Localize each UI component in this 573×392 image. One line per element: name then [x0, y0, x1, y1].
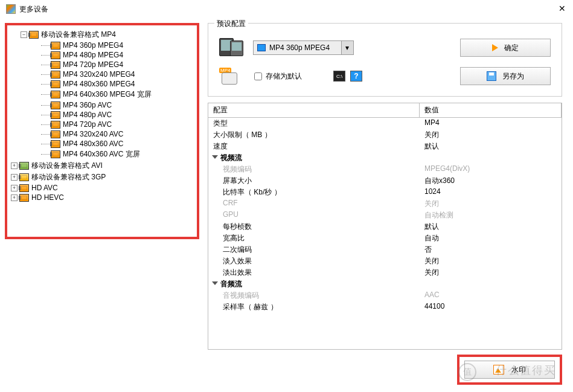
triangle-down-icon [212, 155, 218, 159]
tree-node[interactable]: MP4 480x360 AVC [63, 140, 124, 148]
folder-icon [19, 173, 29, 181]
arrow-right-icon [492, 44, 498, 51]
console-icon[interactable]: C:\ [333, 71, 345, 82]
save-default-checkbox[interactable] [254, 72, 262, 80]
film-icon [257, 44, 266, 51]
tree-node[interactable]: MP4 480p AVC [63, 111, 112, 119]
window-title: 更多设备 [19, 4, 48, 14]
table-row: 视频流 [208, 152, 562, 164]
table-row[interactable]: 二次编码否 [208, 244, 562, 255]
expander-icon[interactable]: − [21, 31, 27, 38]
file-icon [51, 150, 60, 158]
tree-node[interactable]: MP4 360p MPEG4 [63, 41, 123, 50]
tree-node[interactable]: MP4 320x240 AVC [63, 130, 124, 138]
preset-select[interactable]: MP4 360p MPEG4 ▾ [253, 40, 354, 55]
tree-node[interactable]: 移动设备兼容格式 3GP [31, 172, 106, 182]
file-icon [51, 101, 60, 109]
file-icon [51, 51, 60, 59]
floppy-icon [487, 71, 496, 81]
table-row[interactable]: GPU自动检测 [208, 210, 562, 221]
folder-icon [19, 194, 29, 202]
file-icon [51, 130, 60, 138]
file-icon [51, 61, 60, 69]
app-icon [6, 4, 16, 14]
table-row[interactable]: 每秒桢数默认 [208, 221, 562, 233]
save-as-label: 另存为 [502, 71, 524, 82]
preset-legend: 预设配置 [214, 19, 248, 29]
folder-icon [29, 31, 39, 39]
file-icon [51, 140, 60, 148]
tree-node[interactable]: 移动设备兼容格式 AVI [31, 161, 103, 171]
table-row: 音频流 [208, 278, 562, 290]
file-icon [51, 111, 60, 119]
watermark-button-label: 水印 [511, 365, 526, 375]
format-tree: −移动设备兼容格式 MP4MP4 360p MPEG4MP4 480p MPEG… [5, 23, 199, 239]
tree-node[interactable]: MP4 480x360 MPEG4 [63, 80, 135, 88]
table-row[interactable]: 采样率（ 赫兹 ）44100 [208, 301, 562, 313]
table-row[interactable]: 类型MP4 [208, 118, 562, 129]
save-as-button[interactable]: 另存为 [460, 67, 551, 85]
expander-icon[interactable]: + [11, 162, 18, 169]
grid-header-value[interactable]: 数值 [420, 103, 562, 117]
save-default-label: 存储为默认 [266, 71, 302, 82]
tree-node[interactable]: MP4 640x360 MPEG4 宽屏 [63, 89, 152, 100]
table-row[interactable]: 淡出效果关闭 [208, 267, 562, 278]
tree-node[interactable]: MP4 320x240 MPEG4 [63, 70, 135, 79]
folder-icon [19, 162, 29, 170]
ok-button[interactable]: 确定 [460, 39, 551, 57]
file-icon [51, 71, 60, 79]
triangle-down-icon [212, 281, 218, 285]
preset-selected-label: MP4 360p MPEG4 [269, 43, 330, 52]
file-icon [51, 42, 60, 50]
table-row[interactable]: 大小限制（ MB ）关闭 [208, 129, 562, 141]
watermark-button[interactable]: 水印 [464, 361, 555, 379]
grid-header-config[interactable]: 配置 [208, 103, 420, 117]
table-row[interactable]: CRF关闭 [208, 198, 562, 210]
tree-node[interactable]: 移动设备兼容格式 MP4 [41, 30, 116, 40]
table-row[interactable]: 视频编码MPEG4(DivX) [208, 164, 562, 175]
tree-node[interactable]: MP4 640x360 AVC 宽屏 [63, 149, 140, 159]
tree-node[interactable]: MP4 360p AVC [63, 101, 112, 109]
ok-button-label: 确定 [504, 43, 519, 53]
file-icon [51, 80, 60, 88]
tree-node[interactable]: HD AVC [31, 184, 58, 192]
devices-icon [219, 38, 246, 57]
table-row[interactable]: 音视频编码AAC [208, 290, 562, 301]
table-row[interactable]: 屏幕大小自动x360 [208, 175, 562, 187]
table-row[interactable]: 速度默认 [208, 141, 562, 152]
expander-icon[interactable]: + [11, 194, 18, 201]
config-grid: 配置 数值 类型MP4大小限制（ MB ）关闭速度默认视频流视频编码MPEG4(… [208, 103, 562, 350]
expander-icon[interactable]: + [11, 185, 18, 191]
folder-icon [19, 184, 29, 192]
tree-node[interactable]: HD HEVC [31, 193, 64, 202]
file-icon [51, 91, 60, 98]
file-icon [51, 121, 60, 129]
help-icon[interactable]: ? [350, 71, 362, 82]
table-row[interactable]: 比特率（ Kb/秒 ）1024 [208, 187, 562, 198]
table-row[interactable]: 宽高比自动 [208, 233, 562, 244]
tree-node[interactable]: MP4 480p MPEG4 [63, 51, 123, 59]
close-icon[interactable]: ✕ [559, 4, 566, 13]
tree-node[interactable]: MP4 720p AVC [63, 120, 112, 129]
chevron-down-icon: ▾ [341, 41, 353, 54]
picture-icon [493, 365, 504, 374]
tree-node[interactable]: MP4 720p MPEG4 [63, 60, 123, 69]
table-row[interactable]: 淡入效果关闭 [208, 255, 562, 267]
expander-icon[interactable]: + [11, 174, 18, 181]
preset-group: 预设配置 MP4 360p MPEG4 ▾ 确定 MP4 [208, 23, 562, 97]
mp4-badge-icon: MP4 [219, 68, 240, 85]
